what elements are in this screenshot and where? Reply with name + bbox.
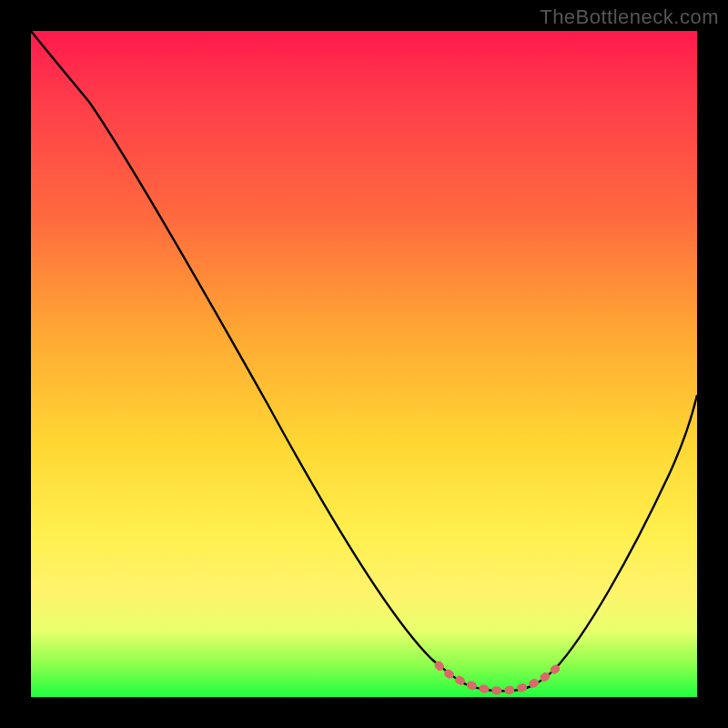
chart-frame: TheBottleneck.com — [0, 0, 728, 728]
valley-marker-path — [439, 665, 559, 691]
watermark-text: TheBottleneck.com — [540, 5, 719, 29]
main-curve-path — [31, 31, 697, 691]
plot-area — [31, 31, 697, 697]
chart-svg — [31, 31, 697, 697]
